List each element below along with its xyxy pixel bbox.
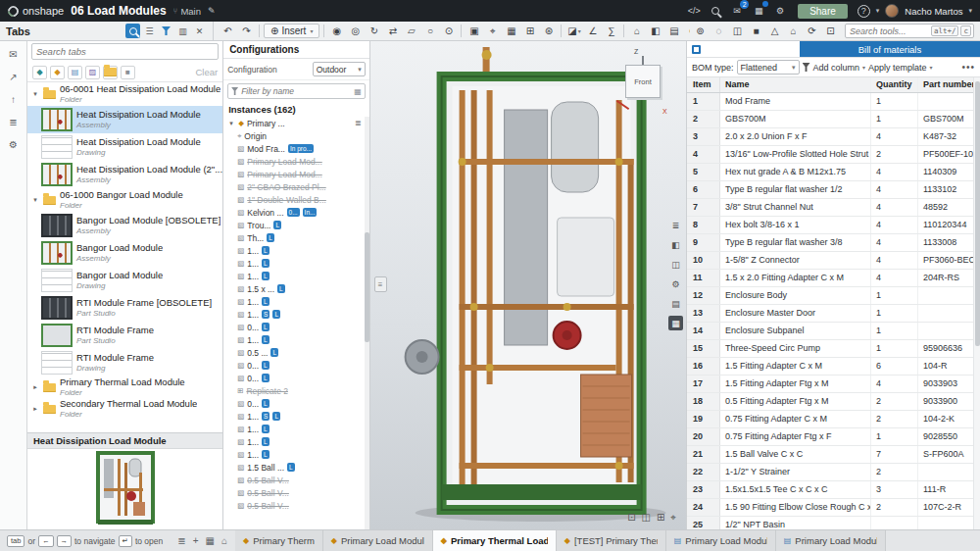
custom-tables-panel-icon[interactable]: ▤ xyxy=(668,296,683,311)
bom-row[interactable]: 2GBS700M1GBS700M xyxy=(687,111,980,128)
tab-item[interactable]: RTI Module Frame [OBSOLETE]Part Studio xyxy=(27,294,222,322)
named-views-icon[interactable]: ⌂ xyxy=(628,24,645,39)
filter-options-icon[interactable]: ▦ xyxy=(354,87,362,96)
filter-other[interactable]: ■ xyxy=(121,66,135,79)
chevron-right-icon[interactable]: ▸ xyxy=(31,405,39,413)
3d-viewport[interactable]: Z Front X ≡ ≣◧◫⚙▤▦ ⊡◫⊞⌖ xyxy=(370,41,686,529)
document-tab[interactable]: ▤Primary Load Module In... xyxy=(666,530,776,551)
appearance-icon[interactable]: ▤ xyxy=(665,24,682,39)
group-icon[interactable]: ▣ xyxy=(466,24,482,39)
user-menu-chevron-icon[interactable]: ▾ xyxy=(968,7,972,15)
instance-row[interactable]: ▧1...L xyxy=(223,257,369,270)
snapshot-icon[interactable]: ⊛ xyxy=(540,24,557,39)
tab-item[interactable]: Bangor Load ModuleAssembly xyxy=(27,239,222,267)
scrollbar-handle[interactable] xyxy=(365,232,369,342)
tab-item[interactable]: Bangor Load Module [OBSOLETE]Assembly xyxy=(27,212,222,239)
replicate-icon[interactable]: ⊞ xyxy=(521,24,538,39)
instance-row[interactable]: ▧0...L xyxy=(223,397,369,410)
instance-row[interactable]: ▧1...L xyxy=(223,244,369,257)
filter-assembly[interactable]: ◆ xyxy=(50,66,65,79)
featurescript-icon[interactable]: </> xyxy=(686,3,702,19)
display-states-panel-icon[interactable]: ◫ xyxy=(668,257,683,272)
tabs-close-icon[interactable]: ✕ xyxy=(192,24,207,38)
instance-row[interactable]: ▧Primary Load Mod... xyxy=(223,155,369,168)
share-button[interactable]: Share xyxy=(798,4,848,19)
instance-row[interactable]: ▧0...L xyxy=(223,321,369,333)
instance-row[interactable]: ▧1...L xyxy=(223,270,369,282)
view-cube[interactable]: Z Front X xyxy=(613,51,672,114)
standard-views-icon[interactable]: ⌂ xyxy=(785,24,802,39)
settings-panel-icon[interactable]: ⚙ xyxy=(9,139,18,150)
bom-row[interactable]: 12Enclosure Body1 xyxy=(687,287,980,305)
redo-icon[interactable]: ↷ xyxy=(238,24,255,39)
comments-panel-icon[interactable]: ✉ xyxy=(9,49,17,60)
bom-row[interactable]: 5Hex nut grade A & B M12x1.7541140309 xyxy=(687,164,980,181)
instance-row[interactable]: ▧Kelvion ...0...In... xyxy=(223,206,369,219)
instance-row[interactable]: ▧Trou...L xyxy=(223,219,369,231)
bom-row[interactable]: 171.5 Fitting Adapter Ftg x M49033903 xyxy=(687,376,980,393)
document-tab[interactable]: ▤Primary Load Module P... xyxy=(776,530,886,551)
instance-row[interactable]: ▧0.5 Ball V... xyxy=(223,499,369,512)
add-tab-icon[interactable]: + xyxy=(193,535,199,546)
tab-item[interactable]: Heat Dissipation Load ModuleAssembly xyxy=(27,106,222,133)
filter-partstudio[interactable]: ◆ xyxy=(32,66,47,79)
bom-row[interactable]: 231.5x1.5x1.5 Tee C x C x C3111-R xyxy=(687,481,980,499)
fullscreen-icon[interactable]: ⊡ xyxy=(822,24,839,39)
tab-item[interactable]: Heat Dissipation Load ModuleDrawing xyxy=(27,133,222,161)
camera-icon[interactable]: ⌖ xyxy=(670,512,676,524)
bom-row[interactable]: 73/8" Strut Channel Nut448592 xyxy=(687,199,980,217)
full-list-icon[interactable]: ≣ xyxy=(177,535,185,546)
bom-row[interactable]: 1Mod Frame1 xyxy=(687,93,980,111)
instance-row[interactable]: ⌖Origin xyxy=(223,129,369,142)
tab-manager-icon[interactable]: ▦ xyxy=(206,535,215,546)
mass-properties-icon[interactable]: ∑ xyxy=(603,24,619,39)
perspective-icon[interactable]: △ xyxy=(766,24,783,39)
bom-pin-icon[interactable] xyxy=(692,45,701,54)
document-tab[interactable]: ◆Primary Therm xyxy=(235,530,323,551)
bom-row[interactable]: 221-1/2" Y Strainer2 xyxy=(687,464,980,481)
home-icon[interactable]: ⌂ xyxy=(221,535,227,546)
refresh-icon[interactable]: ⟳ xyxy=(804,24,820,39)
bom-row[interactable]: 13Enclosure Master Door1 xyxy=(687,305,980,323)
bom-tab[interactable]: Bill of materials xyxy=(800,41,980,57)
undo-icon[interactable]: ↶ xyxy=(220,24,236,39)
instance-row[interactable]: ▧1.5 x ...L xyxy=(223,282,369,295)
bom-row[interactable]: 251/2" NPT Basin xyxy=(687,517,980,529)
folder-item[interactable]: ▸Secondary Thermal Load ModuleFolder xyxy=(27,398,222,420)
bom-row[interactable]: 111.5 x 2.0 Fitting Adapter C x M4204R-R… xyxy=(687,270,980,287)
instance-row[interactable]: ▧0...L xyxy=(223,372,369,384)
filter-image[interactable]: ▨ xyxy=(85,66,100,79)
bom-row[interactable]: 32.0 x 2.0 Union F x F4K487-32 xyxy=(687,128,980,146)
revolute-mate-icon[interactable]: ↻ xyxy=(366,24,382,39)
apply-template-button[interactable]: Apply template ▾ xyxy=(868,63,933,73)
bom-row[interactable]: 14Enclosure Subpanel1 xyxy=(687,323,980,340)
tab-item[interactable]: RTI Module FramePart Studio xyxy=(27,322,222,349)
insert-button[interactable]: ⊕ Insert ▾ xyxy=(264,24,319,38)
tab-item[interactable]: Bangor Load ModuleDrawing xyxy=(27,267,222,294)
pattern-icon[interactable]: ▦ xyxy=(503,24,519,39)
settings-icon[interactable]: ⚙ xyxy=(772,3,788,19)
column-header-name[interactable]: Name xyxy=(720,77,871,92)
bom-row[interactable]: 6Type B regular flat washer 1/241133102 xyxy=(687,181,980,199)
instance-row[interactable]: ▧1...SL xyxy=(223,410,369,423)
filter-by-name-input[interactable] xyxy=(241,86,351,96)
tabs-list-view-icon[interactable]: ☰ xyxy=(142,24,157,38)
avatar[interactable] xyxy=(885,4,899,18)
bom-row[interactable]: 101-5/8" Z Connector4PF3060-BEC xyxy=(687,252,980,270)
instance-row[interactable]: ▧Mod Fra...In pro... xyxy=(223,142,369,155)
tab-item[interactable]: RTI Module FrameDrawing xyxy=(27,349,222,376)
instance-row[interactable]: ▾◆Primary ...≣ xyxy=(223,117,369,129)
document-tab[interactable]: ◆Primary Load Module xyxy=(323,530,433,551)
bom-filter-icon[interactable] xyxy=(803,63,810,72)
instance-row[interactable]: ▧0.5 Ball V... xyxy=(223,486,369,499)
instance-row[interactable]: ▧Th...L xyxy=(223,231,369,244)
chevron-down-icon[interactable]: ▾ xyxy=(31,90,39,98)
appearance-panel-icon[interactable]: ◧ xyxy=(668,237,683,252)
instance-row[interactable]: ▧1...L xyxy=(223,435,369,448)
instance-row[interactable]: ▧1...L xyxy=(223,448,369,461)
bom-scrollbar[interactable] xyxy=(973,77,980,529)
tabs-filter-icon[interactable] xyxy=(159,24,173,38)
configurations-panel-icon[interactable]: ⚙ xyxy=(668,276,683,291)
tab-preview-thumbnail[interactable] xyxy=(27,449,222,529)
folder-item[interactable]: ▾06-0001 Heat Dissipation Load ModuleFol… xyxy=(27,82,222,106)
